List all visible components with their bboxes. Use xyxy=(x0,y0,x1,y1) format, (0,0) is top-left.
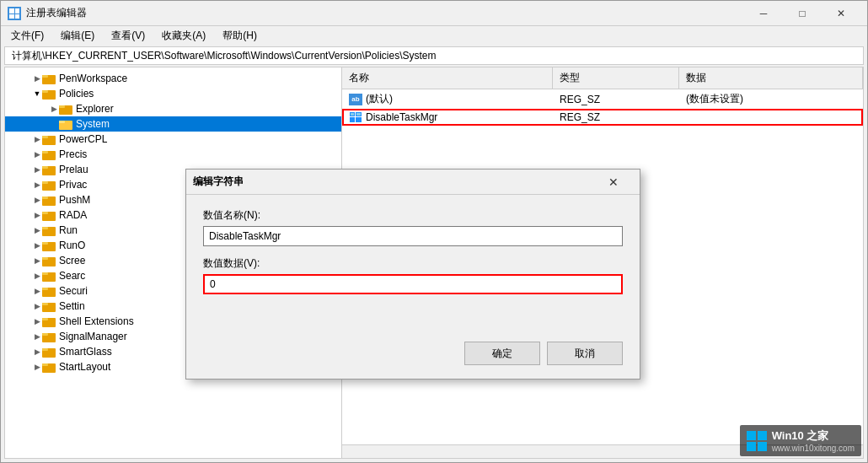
tree-item-system[interactable]: System xyxy=(5,116,341,132)
tree-item-label: StartLayout xyxy=(59,361,110,373)
dialog-close-button[interactable]: ✕ xyxy=(594,170,633,195)
ok-button[interactable]: 确定 xyxy=(464,342,540,365)
header-type[interactable]: 类型 xyxy=(553,67,679,89)
folder-icon xyxy=(42,361,56,373)
tree-arrow: ▶ xyxy=(32,210,42,220)
close-button[interactable]: ✕ xyxy=(822,1,860,26)
svg-rect-48 xyxy=(351,113,354,116)
tree-item-powercpl[interactable]: ▶ PowerCPL xyxy=(5,132,341,147)
watermark: Win10 之家 www.win10xitong.com xyxy=(740,425,861,456)
tree-item-label: Run xyxy=(59,224,78,236)
data-input[interactable] xyxy=(203,274,623,294)
tree-item-label: Privac xyxy=(59,179,87,191)
folder-icon xyxy=(42,240,56,251)
svg-rect-2 xyxy=(9,14,14,19)
minimize-button[interactable]: ─ xyxy=(744,1,783,26)
tree-arrow: ▶ xyxy=(32,73,42,83)
folder-icon xyxy=(42,73,56,84)
folder-icon xyxy=(42,88,56,100)
tree-item-label: RunO xyxy=(59,240,85,251)
folder-icon xyxy=(42,148,56,160)
tree-item-label: PushM xyxy=(59,194,90,206)
menu-favorites[interactable]: 收藏夹(A) xyxy=(155,27,212,45)
tree-arrow: ▶ xyxy=(32,316,42,326)
svg-rect-41 xyxy=(42,348,48,351)
table-header: 名称 类型 数据 xyxy=(342,67,863,89)
tree-item-label: SignalManager xyxy=(59,331,127,342)
folder-icon xyxy=(42,300,56,312)
menu-view[interactable]: 查看(V) xyxy=(104,27,152,45)
name-input[interactable] xyxy=(203,226,623,246)
dialog-footer: 确定 取消 xyxy=(186,335,640,379)
tree-arrow: ▶ xyxy=(32,286,42,296)
tree-arrow: ▶ xyxy=(32,271,42,281)
tree-item-label: Policies xyxy=(59,88,94,100)
svg-rect-17 xyxy=(42,166,48,169)
svg-rect-49 xyxy=(356,113,361,116)
folder-icon xyxy=(42,315,56,327)
app-icon xyxy=(8,7,21,20)
svg-rect-25 xyxy=(42,227,48,229)
svg-rect-23 xyxy=(42,212,48,214)
tree-arrow: ▶ xyxy=(32,225,42,235)
maximize-button[interactable]: □ xyxy=(783,1,822,26)
window-controls: ─ □ ✕ xyxy=(744,1,860,26)
cancel-button[interactable]: 取消 xyxy=(547,342,623,365)
folder-icon xyxy=(42,133,56,145)
table-row-disabletaskmgr[interactable]: DisableTaskMgr REG_SZ xyxy=(342,109,863,126)
svg-rect-47 xyxy=(356,117,362,122)
menu-edit[interactable]: 编辑(E) xyxy=(54,27,101,45)
svg-rect-43 xyxy=(42,363,48,366)
name-label: 数值名称(N): xyxy=(203,208,623,223)
reg-ab-icon: ab xyxy=(349,94,362,105)
tree-arrow: ▶ xyxy=(32,347,42,357)
win-logo xyxy=(747,431,767,451)
folder-icon xyxy=(42,285,56,297)
header-data[interactable]: 数据 xyxy=(679,67,863,89)
dialog-title: 编辑字符串 xyxy=(193,175,594,189)
folder-icon xyxy=(42,255,56,266)
edit-string-dialog: 编辑字符串 ✕ 数值名称(N): 数值数据(V): 确定 取消 xyxy=(185,169,640,380)
header-name[interactable]: 名称 xyxy=(342,67,553,89)
path-bar: 计算机\HKEY_CURRENT_USER\Software\Microsoft… xyxy=(4,46,864,65)
tree-item-label: RADA xyxy=(59,209,87,221)
folder-icon xyxy=(42,179,56,191)
dialog-body: 数值名称(N): 数值数据(V): xyxy=(186,195,640,335)
title-bar: 注册表编辑器 ─ □ ✕ xyxy=(1,1,867,26)
tree-item-label: SmartGlass xyxy=(59,346,112,358)
folder-icon xyxy=(42,164,56,175)
svg-rect-11 xyxy=(59,121,65,123)
tree-item-penworkspace[interactable]: ▶ PenWorkspace xyxy=(5,71,341,86)
tree-item-policies[interactable]: ▼ Policies xyxy=(5,86,341,101)
tree-arrow: ▶ xyxy=(32,331,42,342)
dialog-title-bar: 编辑字符串 ✕ xyxy=(186,170,640,195)
tree-arrow: ▶ xyxy=(32,149,42,159)
tree-arrow: ▶ xyxy=(32,180,42,190)
tree-item-label: Scree xyxy=(59,255,85,266)
menu-file[interactable]: 文件(F) xyxy=(4,27,51,45)
watermark-url: www.win10xitong.com xyxy=(772,444,855,453)
tree-item-label: Settin xyxy=(59,300,85,312)
menu-help[interactable]: 帮助(H) xyxy=(216,27,264,45)
svg-rect-21 xyxy=(42,197,48,199)
tree-arrow: ▶ xyxy=(32,362,42,372)
tree-item-label: System xyxy=(76,118,110,130)
svg-rect-37 xyxy=(42,318,48,320)
table-row[interactable]: ab (默认) REG_SZ (数值未设置) xyxy=(342,89,863,109)
svg-rect-35 xyxy=(42,303,48,305)
svg-rect-27 xyxy=(42,242,48,245)
svg-rect-9 xyxy=(59,105,65,108)
tree-item-explorer[interactable]: ▶ Explorer xyxy=(5,101,341,116)
tree-item-label: Precis xyxy=(59,148,87,160)
tree-item-label: PowerCPL xyxy=(59,133,107,145)
tree-arrow: ▼ xyxy=(32,89,42,99)
tree-item-precis[interactable]: ▶ Precis xyxy=(5,147,341,162)
folder-icon xyxy=(42,194,56,206)
folder-icon xyxy=(42,270,56,282)
svg-rect-33 xyxy=(42,288,48,290)
svg-rect-15 xyxy=(42,151,48,153)
svg-rect-1 xyxy=(15,8,19,13)
svg-rect-29 xyxy=(42,257,48,260)
tree-arrow: ▶ xyxy=(32,164,42,175)
data-label: 数值数据(V): xyxy=(203,256,623,271)
